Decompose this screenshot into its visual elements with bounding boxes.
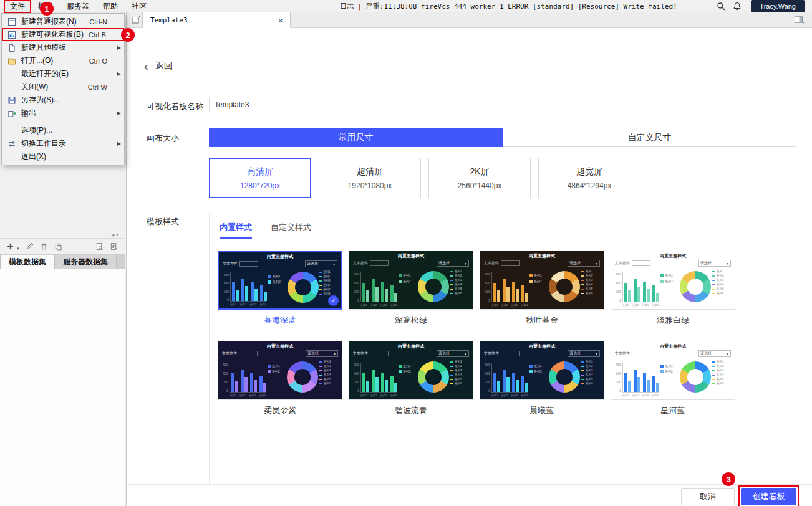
blank-icon [7,82,17,92]
edit-dataset-icon[interactable] [24,241,36,252]
theme-card[interactable]: 内置主题样式文本控件请选择▼9006003000分类1分类2分类3分类4系列1系… [349,341,473,416]
theme-card[interactable]: 内置主题样式文本控件请选择▼9006003000分类1分类2分类3分类4系列1系… [480,251,604,326]
thumb-text-widget: 文本控件 [615,260,650,266]
theme-name: 秋叶暮金 [480,315,604,326]
menu-shortcut: Ctrl-N [89,18,107,26]
thumb-chart-area: 9006003000分类1分类2分类3分类4系列1系列2系列1系列2系列3系列4… [614,269,732,308]
thumb-controls: 文本控件请选择▼ [353,260,469,267]
file-menu-item[interactable]: 打开...(O)Ctrl-O [2,54,124,67]
size-card[interactable]: 2K屏2560*1440px [428,158,531,198]
thumb-dropdown: 请选择▼ [437,260,469,267]
style-tab[interactable]: 自定义样式 [271,222,311,239]
thumb-dropdown: 请选择▼ [568,260,600,267]
thumb-bar-chart [360,363,397,393]
thumb-bar-chart [622,363,659,393]
menubar-item[interactable]: 服务器 [60,1,96,12]
annotation-step-1: 1 [40,2,54,16]
document-tab-label: Template3 [150,16,188,24]
file-menu-item[interactable]: 切换工作目录▶ [2,137,124,150]
theme-card[interactable]: 内置主题样式文本控件请选择▼9006003000分类1分类2分类3分类4系列1系… [218,341,342,416]
thumb-text-widget: 文本控件 [223,261,258,267]
thumb-title: 内置主题样式 [480,253,604,259]
size-card[interactable]: 高清屏1280*720px [209,158,311,198]
annotation-step-2: 2 [121,28,135,42]
style-tab[interactable]: 内置样式 [220,222,252,239]
theme-card[interactable]: 内置主题样式文本控件请选择▼9006003000分类1分类2分类3分类4系列1系… [349,251,473,326]
back-button[interactable]: ‹ 返回 [144,60,173,72]
preview-dataset-icon[interactable] [93,241,105,252]
canvas-size-option[interactable]: 常用尺寸 [209,128,503,147]
tab-close-icon[interactable]: × [276,16,285,25]
file-menu-item[interactable]: 退出(X) [2,150,124,163]
themes-grid: 内置主题样式文本控件请选择▼9006003000分类1分类2分类3分类4系列1系… [218,251,735,416]
file-menu-item-label: 切换工作目录 [21,138,115,149]
file-menu-item[interactable]: 另存为(S)... [2,93,124,107]
theme-card[interactable]: 内置主题样式文本控件请选择▼9006003000分类1分类2分类3分类4系列1系… [480,341,604,416]
dropdown-caret-icon: ▼ [726,352,729,356]
panel-collapse-handles[interactable]: ◀ ▼ [0,232,125,239]
theme-name: 暮海深蓝 [218,315,342,326]
theme-thumbnail: 内置主题样式文本控件请选择▼9006003000分类1分类2分类3分类4系列1系… [611,341,735,400]
thumb-bar-chart [491,272,528,302]
thumb-text-widget: 文本控件 [484,351,520,356]
theme-thumbnail: 内置主题样式文本控件请选择▼9006003000分类1分类2分类3分类4系列1系… [480,341,604,400]
thumb-text-widget: 文本控件 [353,351,389,356]
theme-card[interactable]: 内置主题样式文本控件请选择▼9006003000分类1分类2分类3分类4系列1系… [218,251,342,326]
file-menu-item[interactable]: 最近打开的(E)▶ [2,67,124,80]
create-dashboard-button[interactable]: 创建看板 [741,488,796,505]
dataset-settings-icon[interactable] [107,241,120,252]
layout-toggle-icon[interactable] [794,15,805,25]
file-menu-item[interactable]: 新建其他模板▶ [2,41,124,54]
thumb-title: 内置主题样式 [218,343,342,350]
file-menu-item[interactable]: 新建可视化看板(B)Ctrl-B [2,28,124,41]
thumb-text-widget: 文本控件 [484,260,520,266]
dropdown-caret-icon: ▼ [464,262,467,265]
size-card-resolution: 1920*1080px [348,181,392,190]
back-chevron-icon: ‹ [144,62,148,70]
search-icon[interactable] [716,1,726,11]
server-status-text: 日志 | 严重:11:38:08 fireVcs-444-worker-1 ER… [340,2,677,11]
add-dataset-icon[interactable] [4,241,16,252]
theme-card[interactable]: 内置主题样式文本控件请选择▼9006003000分类1分类2分类3分类4系列1系… [611,341,735,416]
sidebar-tab[interactable]: 模板数据集 [0,255,55,269]
menubar-item[interactable]: 社区 [125,1,153,12]
menubar-item[interactable]: 文件 [4,0,31,13]
thumb-dropdown: 请选择▼ [568,350,600,357]
thumb-dropdown: 请选择▼ [698,260,731,267]
user-badge[interactable]: Tracy.Wang [751,0,805,12]
cancel-button[interactable]: 取消 [681,488,735,505]
document-tab[interactable]: Template3 × [142,12,291,28]
template-style-panel: 内置样式自定义样式 内置主题样式文本控件请选择▼9006003000分类1分类2… [209,214,796,497]
copy-dataset-icon[interactable] [52,241,65,252]
sidebar-tab[interactable]: 服务器数据集 [55,255,117,269]
theme-name: 星河蓝 [611,405,735,416]
main-area: Template3 × ‹ 返回 可视化看板名称 画布大小 常用尺寸自定义尺寸 … [127,12,812,506]
file-menu-item[interactable]: 输出▶ [2,107,124,120]
add-dataset-caret-icon[interactable]: ▼ [16,247,20,251]
dataset-list-area [0,269,125,506]
submenu-arrow-icon: ▶ [115,45,121,50]
size-card[interactable]: 超宽屏4864*1294px [538,158,640,198]
size-card-name: 2K屏 [470,166,489,178]
dashboard-name-input[interactable] [209,97,796,112]
notification-bell-icon[interactable] [732,1,742,11]
thumb-title: 内置主题样式 [611,343,735,350]
size-card[interactable]: 超清屏1920*1080px [319,158,421,198]
thumb-dropdown: 请选择▼ [698,350,731,357]
thumb-text-widget: 文本控件 [615,351,650,356]
file-menu-item[interactable]: 关闭(W)Ctrl-W [2,80,124,93]
template-switch-icon[interactable] [131,15,141,25]
file-menu-item[interactable]: 选项(P)... [2,124,124,137]
theme-card[interactable]: 内置主题样式文本控件请选择▼9006003000分类1分类2分类3分类4系列1系… [611,251,735,326]
thumb-title: 内置主题样式 [611,253,735,259]
thumb-text-widget: 文本控件 [222,351,258,356]
canvas-size-option[interactable]: 自定义尺寸 [503,128,796,147]
menubar-items: 文件模板服务器帮助社区 [4,0,153,12]
size-cards: 高清屏1280*720px超清屏1920*1080px2K屏2560*1440p… [209,158,640,198]
menubar-item[interactable]: 帮助 [96,1,125,12]
delete-dataset-icon[interactable] [38,241,51,252]
switch-dir-icon [7,139,17,149]
file-menu-item[interactable]: 新建普通报表(N)Ctrl-N [2,15,124,28]
blank-icon [7,152,17,162]
document-tabbar: Template3 × [127,12,812,28]
